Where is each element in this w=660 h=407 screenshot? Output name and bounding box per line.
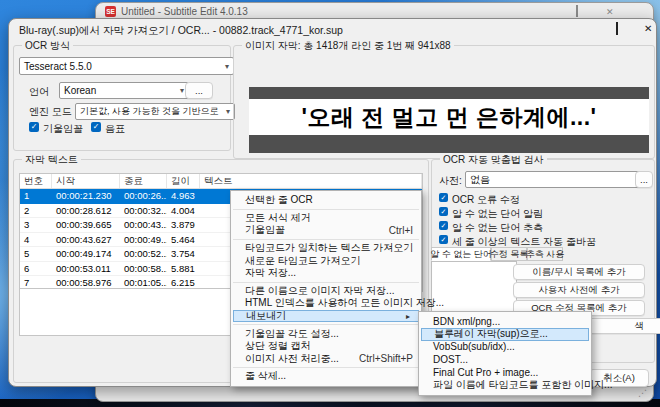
dialog-title: Blu-ray(.sup)에서 자막 가져오기 / OCR... - 00882… bbox=[19, 24, 343, 38]
menu-item-capture-top-align[interactable]: 상단 정렬 캡처 bbox=[231, 340, 421, 353]
fix-ocr-errors-checkbox[interactable]: ✓ bbox=[439, 193, 448, 202]
language-more-button[interactable]: ... bbox=[185, 82, 213, 99]
dictionary-select[interactable]: 없음 ▾ bbox=[465, 171, 645, 188]
menu-separator bbox=[233, 282, 419, 283]
guess-unknown-words-checkbox[interactable]: ✓ bbox=[439, 221, 448, 230]
menu-item-remove-formatting[interactable]: 모든 서식 제거 bbox=[231, 212, 421, 225]
music-notes-checkbox-label: 음표 bbox=[105, 122, 125, 136]
dialog-close-button[interactable]: ✕ bbox=[644, 24, 652, 34]
menu-item-save-image-as[interactable]: 다른 이름으로 이미지 자막 저장... bbox=[231, 285, 421, 298]
menu-item-import-new-timecodes[interactable]: 새로운 타임코드 가져오기 bbox=[231, 254, 421, 267]
prompt-unknown-words-label: 알 수 없는 단어 알림 bbox=[452, 207, 543, 221]
menu-separator bbox=[233, 367, 419, 368]
chevron-down-icon: ▾ bbox=[180, 86, 184, 95]
dictionary-label: 사전: bbox=[439, 174, 462, 188]
fix-ocr-errors-label: OCR 오류 수정 bbox=[452, 193, 520, 207]
chevron-down-icon: ▾ bbox=[225, 62, 229, 71]
menu-item-import-text-matching-timecodes[interactable]: 타임코드가 일치하는 텍스트 가져오기 bbox=[231, 242, 421, 255]
resize-grip-icon[interactable]: ⋰ bbox=[638, 389, 647, 397]
menu-item-export-dost[interactable]: DOST... bbox=[419, 353, 591, 366]
subtitle-edit-app-icon: SE bbox=[105, 6, 116, 17]
ocr-engine-select[interactable]: Tesseract 5.5.0 ▾ bbox=[19, 57, 234, 75]
export-submenu: BDN xml/png... 블루레이 자막(sup)으로... VobSub(… bbox=[418, 311, 592, 396]
guess-unknown-words-label: 알 수 없는 단어 추측 bbox=[452, 221, 543, 235]
image-subtitle-info-label: 이미지 자막: 총 1418개 라인 중 1번 째 941x88 bbox=[242, 39, 454, 53]
menu-item-export-fcp-image[interactable]: Final Cut Pro + image... bbox=[419, 366, 591, 379]
add-to-names-list-button[interactable]: 이름/무시 목록에 추가 bbox=[513, 264, 645, 280]
menu-item-export[interactable]: 내보내기▸ bbox=[233, 310, 419, 323]
ocr-method-group-label: OCR 방식 bbox=[22, 39, 73, 53]
submenu-arrow-icon: ▸ bbox=[406, 312, 410, 321]
tab-use-guesses[interactable]: 추측 사용 bbox=[527, 247, 563, 261]
menu-item-export-bluray-sup[interactable]: 블루레이 자막(sup)으로... bbox=[421, 328, 589, 341]
desktop: SE Untitled - Subtitle Edit 4.0.13 ✕ ⋰ B… bbox=[0, 0, 660, 407]
dialog-maximize-button[interactable] bbox=[616, 24, 618, 34]
menu-item-export-bdn-xml-png[interactable]: BDN xml/png... bbox=[419, 315, 591, 328]
dictionary-more-button[interactable]: ... bbox=[635, 171, 653, 188]
dialog-titlebar[interactable]: Blu-ray(.sup)에서 자막 가져오기 / OCR... - 00882… bbox=[9, 19, 656, 40]
ocr-autocorrect-group-label: OCR 자동 맞춤법 검사 bbox=[440, 153, 547, 167]
tab-fix-list[interactable]: 수정 목록 bbox=[491, 247, 527, 261]
music-notes-checkbox[interactable]: ✓ bbox=[91, 122, 101, 132]
subtitle-text-group-label: 자막 텍스트 bbox=[22, 153, 81, 167]
chevron-down-icon: ▾ bbox=[226, 107, 230, 116]
menu-item-delete-lines[interactable]: 줄 삭제... bbox=[231, 370, 421, 383]
subtitle-image-text: '오래 전 멀고 먼 은하계에...' bbox=[249, 99, 649, 135]
menu-separator bbox=[233, 209, 419, 210]
autowrap-checkbox[interactable]: ✓ bbox=[439, 235, 448, 244]
menu-item-ocr-selected-lines[interactable]: 선택한 줄 OCR bbox=[231, 194, 421, 207]
language-label: 언어 bbox=[29, 85, 49, 99]
menu-item-save-all-images-html-index[interactable]: HTML 인덱스를 사용하여 모든 이미지 저장... bbox=[231, 297, 421, 310]
language-select[interactable]: Korean ▾ bbox=[59, 82, 189, 99]
main-close-button[interactable]: ✕ bbox=[606, 8, 614, 17]
menu-separator bbox=[233, 239, 419, 240]
menu-item-export-images-with-timecode[interactable]: 파일 이름에 타임코드를 포함한 이미지... bbox=[419, 379, 591, 392]
engine-mode-select[interactable]: 기본값, 사용 가능한 것을 기반으로 ▾ bbox=[75, 103, 235, 120]
italic-checkbox-label: 기울임꼴 bbox=[43, 122, 83, 136]
main-maximize-button[interactable] bbox=[576, 7, 578, 16]
engine-mode-label: 엔진 모드 bbox=[29, 105, 72, 119]
italic-checkbox[interactable]: ✓ bbox=[29, 122, 39, 132]
prompt-unknown-words-checkbox[interactable]: ✓ bbox=[439, 207, 448, 216]
menu-item-italic[interactable]: 기울임꼴Ctrl+I bbox=[231, 224, 421, 237]
main-window-title: Untitled - Subtitle Edit 4.0.13 bbox=[121, 6, 248, 17]
subtitle-table-header[interactable]: 번호 시작 종료 길이 텍스트 bbox=[20, 174, 422, 189]
add-to-user-dictionary-button[interactable]: 사용자 사전에 추가 bbox=[513, 282, 645, 298]
subtitle-image-preview[interactable]: '오래 전 멀고 먼 은하계에...' bbox=[249, 87, 649, 153]
tab-unknown-words[interactable]: 알 수 없는 단어 bbox=[431, 247, 491, 261]
menu-item-set-italic-angle[interactable]: 기울임꼴 각도 설정... bbox=[231, 327, 421, 340]
context-menu: 선택한 줄 OCR 모든 서식 제거 기울임꼴Ctrl+I 타임코드가 일치하는… bbox=[230, 190, 422, 387]
menu-separator bbox=[233, 324, 419, 325]
menu-item-save-subtitle[interactable]: 자막 저장... bbox=[231, 267, 421, 280]
menu-item-image-preprocessing[interactable]: 이미지 사전 처리중...Ctrl+Shift+P bbox=[231, 353, 421, 366]
menu-item-export-vobsub[interactable]: VobSub(sub/idx)... bbox=[419, 341, 591, 354]
